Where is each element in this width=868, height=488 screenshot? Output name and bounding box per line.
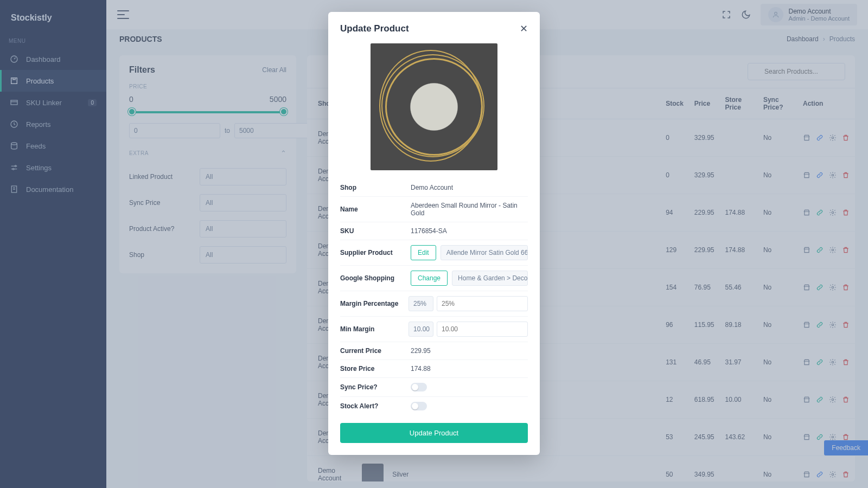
supplier-label: Supplier Product <box>340 249 411 256</box>
minmargin-fixed: 10.00 <box>409 322 433 337</box>
modal-overlay[interactable]: Update Product ✕ Shop Demo Account Name … <box>0 0 868 488</box>
change-google-button[interactable]: Change <box>411 271 448 286</box>
name-label: Name <box>340 206 411 213</box>
current-price-label: Current Price <box>340 347 411 355</box>
stock-alert-toggle[interactable] <box>411 402 427 410</box>
store-price-label: Store Price <box>340 365 411 373</box>
store-price-value: 174.88 <box>411 365 528 373</box>
supplier-value: Allende Mirror Satin Gold 660x80 <box>441 245 528 260</box>
shop-value: Demo Account <box>411 184 528 191</box>
close-icon[interactable]: ✕ <box>520 23 528 35</box>
margin-label: Margin Percentage <box>340 300 409 307</box>
name-value: Aberdeen Small Round Mirror - Satin Gold <box>411 202 528 217</box>
edit-supplier-button[interactable]: Edit <box>411 245 436 260</box>
google-value: Home & Garden > Decor > M <box>452 271 528 286</box>
update-product-button[interactable]: Update Product <box>340 423 528 443</box>
stock-alert-label: Stock Alert? <box>340 402 411 410</box>
minmargin-label: Min Margin <box>340 325 409 333</box>
update-product-modal: Update Product ✕ Shop Demo Account Name … <box>328 12 540 455</box>
google-label: Google Shopping <box>340 274 411 282</box>
product-image <box>371 43 497 170</box>
minmargin-input[interactable] <box>437 322 528 337</box>
modal-title: Update Product <box>340 23 409 34</box>
sku-label: SKU <box>340 227 411 235</box>
shop-label: Shop <box>340 184 411 191</box>
margin-fixed: 25% <box>409 296 433 311</box>
sku-value: 1176854-SA <box>411 227 528 235</box>
current-price-value: 229.95 <box>411 347 528 355</box>
sync-price-label: Sync Price? <box>340 383 411 391</box>
margin-input[interactable] <box>437 296 528 311</box>
sync-price-toggle[interactable] <box>411 383 427 391</box>
